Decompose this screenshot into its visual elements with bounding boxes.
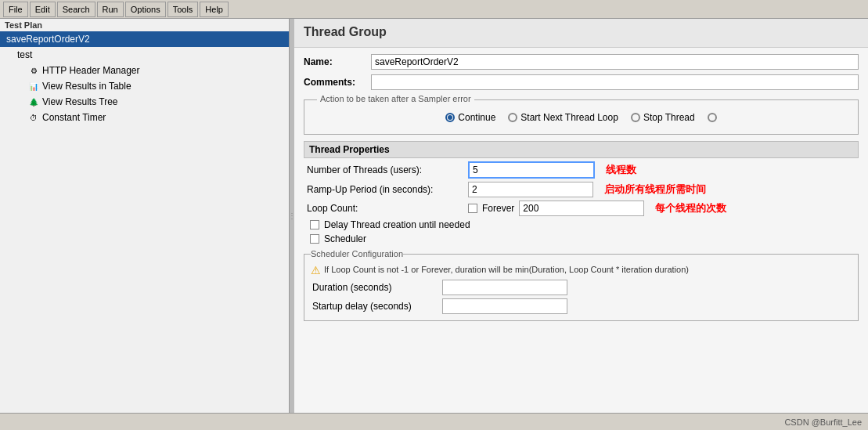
sidebar-label-viewResultsTree: View Results Tree: [42, 96, 118, 107]
loop-row: Loop Count: Forever 每个线程的次数: [307, 201, 855, 216]
sidebar-label-httpHeaderManager: HTTP Header Manager: [42, 65, 140, 76]
loop-count-input[interactable]: [519, 201, 644, 216]
sampler-error-legend: Action to be taken after a Sampler error: [317, 94, 474, 103]
loop-label: Loop Count:: [307, 203, 463, 214]
radio-label-continue: Continue: [458, 112, 495, 123]
sidebar-item-viewResultsInTable[interactable]: 📊View Results in Table: [0, 78, 289, 94]
startup-delay-input[interactable]: [442, 298, 567, 314]
rampup-label: Ramp-Up Period (in seconds):: [307, 184, 463, 195]
file-menu[interactable]: File: [3, 2, 28, 17]
threads-label: Number of Threads (users):: [307, 164, 463, 175]
sidebar-item-saveReportOrderV2[interactable]: saveReportOrderV2: [0, 31, 289, 47]
loop-forever-checkbox[interactable]: [468, 204, 477, 213]
radio-label-stop-thread: Stop Thread: [643, 112, 695, 123]
tools-menu[interactable]: Tools: [167, 2, 199, 17]
warning-icon: ⚠: [311, 264, 321, 276]
help-menu[interactable]: Help: [200, 2, 229, 17]
radio-continue[interactable]: Continue: [445, 112, 495, 123]
scheduler-checkbox[interactable]: [310, 234, 319, 244]
sidebar-item-viewResultsTree[interactable]: 🌲View Results Tree: [0, 94, 289, 110]
name-label: Name:: [304, 56, 366, 67]
threads-row: Number of Threads (users): 线程数: [307, 161, 855, 179]
page-title: Thread Group: [304, 25, 859, 39]
delay-thread-row: Delay Thread creation until needed: [307, 219, 855, 230]
sidebar-item-constantTimer[interactable]: ⏱Constant Timer: [0, 110, 289, 125]
sidebar-label-constantTimer: Constant Timer: [42, 112, 106, 123]
duration-label: Duration (seconds): [312, 282, 438, 293]
radio-dot-stop-thread: [631, 113, 640, 122]
radio-stop-thread[interactable]: Stop Thread: [631, 112, 695, 123]
scheduler-label: Scheduler: [324, 233, 366, 244]
main-content: Thread Group Name: Comments: Action to b…: [294, 19, 868, 413]
radio-stop-test[interactable]: [708, 113, 717, 122]
bottom-bar: CSDN @Burfitt_Lee: [0, 413, 868, 430]
edit-menu[interactable]: Edit: [30, 2, 56, 17]
scheduler-warning-row: ⚠ If Loop Count is not -1 or Forever, du…: [311, 262, 852, 280]
loop-annotation: 每个线程的次数: [655, 201, 726, 215]
props-area: Number of Threads (users): 线程数 Ramp-Up P…: [304, 161, 859, 244]
options-menu[interactable]: Options: [125, 2, 166, 17]
scheduler-config-legend: Scheduler Configuration: [311, 249, 403, 258]
comments-input[interactable]: [371, 74, 859, 90]
rampup-input[interactable]: [468, 182, 593, 197]
startup-delay-label: Startup delay (seconds): [312, 301, 438, 312]
sampler-error-fieldset: Action to be taken after a Sampler error…: [304, 95, 859, 135]
loop-forever-label: Forever: [482, 203, 514, 214]
radio-start-next[interactable]: Start Next Thread Loop: [508, 112, 618, 123]
duration-row: Duration (seconds): [311, 280, 852, 295]
radio-dot-start-next: [508, 113, 517, 122]
sidebar: Test Plan saveReportOrderV2test⚙HTTP Hea…: [0, 19, 290, 413]
sidebar-label-test: test: [17, 49, 32, 60]
sidebar-label-saveReportOrderV2: saveReportOrderV2: [6, 34, 90, 45]
sidebar-icon-httpHeaderManager: ⚙: [28, 65, 39, 76]
content-header: Thread Group: [294, 19, 868, 48]
top-toolbar: File Edit Search Run Options Tools Help: [0, 0, 868, 19]
threads-annotation: 线程数: [606, 163, 636, 177]
threads-input[interactable]: [468, 161, 595, 179]
radio-dot-stop-test: [708, 113, 717, 122]
form-area: Name: Comments: Action to be taken after…: [294, 48, 868, 332]
bottom-label: CSDN @Burfitt_Lee: [784, 417, 862, 427]
duration-input[interactable]: [442, 280, 567, 295]
rampup-row: Ramp-Up Period (in seconds): 启动所有线程所需时间: [307, 182, 855, 197]
scheduler-warning-text: If Loop Count is not -1 or Forever, dura…: [324, 265, 689, 274]
delay-thread-label: Delay Thread creation until needed: [324, 219, 470, 230]
sidebar-item-test[interactable]: test: [0, 47, 289, 63]
search-menu[interactable]: Search: [57, 2, 95, 17]
comments-row: Comments:: [304, 74, 859, 90]
scheduler-config-fieldset: Scheduler Configuration ⚠ If Loop Count …: [304, 249, 859, 321]
sidebar-icon-viewResultsTree: 🌲: [28, 96, 39, 107]
sidebar-icon-viewResultsInTable: 📊: [28, 81, 39, 92]
sidebar-section-test-plan: Test Plan: [0, 19, 289, 31]
scheduler-row: Scheduler: [307, 233, 855, 244]
sidebar-item-httpHeaderManager[interactable]: ⚙HTTP Header Manager: [0, 63, 289, 78]
name-row: Name:: [304, 54, 859, 70]
sidebar-label-viewResultsInTable: View Results in Table: [42, 81, 131, 92]
comments-label: Comments:: [304, 77, 366, 88]
delay-thread-checkbox[interactable]: [310, 220, 319, 229]
radio-dot-continue: [445, 113, 455, 122]
run-menu[interactable]: Run: [97, 2, 124, 17]
radio-row: Continue Start Next Thread Loop Stop Thr…: [311, 107, 852, 128]
sidebar-icon-constantTimer: ⏱: [28, 112, 39, 123]
startup-delay-row: Startup delay (seconds): [311, 298, 852, 314]
radio-label-start-next: Start Next Thread Loop: [520, 112, 618, 123]
name-input[interactable]: [371, 54, 859, 70]
thread-properties-title: Thread Properties: [304, 141, 859, 158]
rampup-annotation: 启动所有线程所需时间: [604, 182, 706, 197]
